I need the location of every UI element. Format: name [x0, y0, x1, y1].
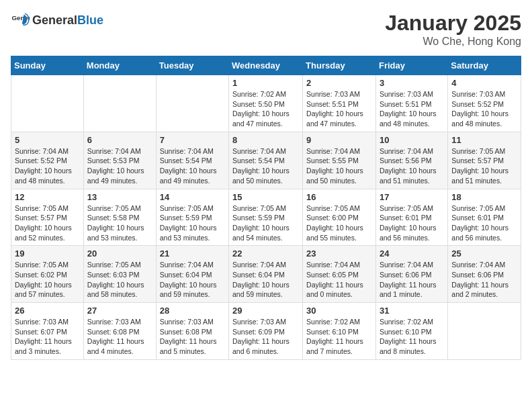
day-info: Sunrise: 7:04 AM Sunset: 5:53 PM Dayligh…	[87, 146, 152, 186]
day-number: 8	[232, 135, 299, 145]
calendar-day: 30Sunrise: 7:02 AM Sunset: 6:10 PM Dayli…	[303, 303, 376, 360]
day-info: Sunrise: 7:04 AM Sunset: 6:04 PM Dayligh…	[232, 260, 299, 300]
calendar-day: 20Sunrise: 7:05 AM Sunset: 6:03 PM Dayli…	[83, 246, 156, 303]
day-info: Sunrise: 7:05 AM Sunset: 5:59 PM Dayligh…	[160, 203, 225, 243]
day-number: 4	[451, 78, 517, 88]
weekday-header-sunday: Sunday	[11, 56, 84, 75]
weekday-header-thursday: Thursday	[303, 56, 376, 75]
day-number: 3	[380, 78, 444, 88]
weekday-header-row: SundayMondayTuesdayWednesdayThursdayFrid…	[11, 56, 521, 75]
day-info: Sunrise: 7:03 AM Sunset: 6:08 PM Dayligh…	[160, 317, 225, 357]
day-info: Sunrise: 7:04 AM Sunset: 5:54 PM Dayligh…	[160, 146, 225, 186]
calendar-day: 11Sunrise: 7:05 AM Sunset: 5:57 PM Dayli…	[448, 132, 521, 189]
day-number: 15	[232, 192, 299, 202]
calendar-day: 31Sunrise: 7:02 AM Sunset: 6:10 PM Dayli…	[375, 303, 447, 360]
day-info: Sunrise: 7:04 AM Sunset: 6:04 PM Dayligh…	[160, 260, 225, 300]
day-info: Sunrise: 7:05 AM Sunset: 6:02 PM Dayligh…	[15, 260, 80, 300]
day-info: Sunrise: 7:04 AM Sunset: 5:52 PM Dayligh…	[15, 146, 80, 186]
calendar-week-5: 26Sunrise: 7:03 AM Sunset: 6:07 PM Dayli…	[11, 303, 521, 360]
day-number: 29	[232, 306, 299, 316]
day-info: Sunrise: 7:04 AM Sunset: 5:55 PM Dayligh…	[306, 146, 372, 186]
day-number: 22	[232, 248, 299, 259]
calendar-day: 4Sunrise: 7:03 AM Sunset: 5:52 PM Daylig…	[448, 75, 521, 132]
day-info: Sunrise: 7:03 AM Sunset: 6:08 PM Dayligh…	[87, 317, 152, 357]
calendar-day: 16Sunrise: 7:05 AM Sunset: 6:00 PM Dayli…	[303, 189, 376, 246]
day-number: 23	[306, 248, 372, 259]
calendar-day: 2Sunrise: 7:03 AM Sunset: 5:51 PM Daylig…	[303, 75, 376, 132]
calendar-day: 28Sunrise: 7:03 AM Sunset: 6:08 PM Dayli…	[156, 303, 228, 360]
day-info: Sunrise: 7:05 AM Sunset: 5:59 PM Dayligh…	[232, 203, 299, 243]
calendar-day: 6Sunrise: 7:04 AM Sunset: 5:53 PM Daylig…	[83, 132, 156, 189]
day-info: Sunrise: 7:04 AM Sunset: 6:05 PM Dayligh…	[306, 260, 372, 300]
calendar-day: 15Sunrise: 7:05 AM Sunset: 5:59 PM Dayli…	[229, 189, 303, 246]
day-info: Sunrise: 7:04 AM Sunset: 5:54 PM Dayligh…	[232, 146, 299, 186]
calendar-week-2: 5Sunrise: 7:04 AM Sunset: 5:52 PM Daylig…	[11, 132, 521, 189]
day-number: 6	[87, 135, 152, 145]
calendar-day: 13Sunrise: 7:05 AM Sunset: 5:58 PM Dayli…	[83, 189, 156, 246]
calendar-day: 3Sunrise: 7:03 AM Sunset: 5:51 PM Daylig…	[375, 75, 447, 132]
day-info: Sunrise: 7:03 AM Sunset: 6:07 PM Dayligh…	[15, 317, 80, 357]
day-info: Sunrise: 7:05 AM Sunset: 6:01 PM Dayligh…	[380, 203, 444, 243]
day-number: 7	[160, 135, 225, 145]
day-info: Sunrise: 7:03 AM Sunset: 5:51 PM Dayligh…	[306, 89, 372, 129]
day-number: 19	[15, 248, 80, 259]
calendar-week-4: 19Sunrise: 7:05 AM Sunset: 6:02 PM Dayli…	[11, 246, 521, 303]
day-info: Sunrise: 7:03 AM Sunset: 6:09 PM Dayligh…	[232, 317, 299, 357]
day-number: 28	[160, 306, 225, 316]
weekday-header-wednesday: Wednesday	[229, 56, 303, 75]
day-info: Sunrise: 7:03 AM Sunset: 5:51 PM Dayligh…	[380, 89, 444, 129]
day-number: 16	[306, 192, 372, 202]
day-number: 27	[87, 306, 152, 316]
day-info: Sunrise: 7:02 AM Sunset: 6:10 PM Dayligh…	[306, 317, 372, 357]
day-number: 26	[15, 306, 80, 316]
day-number: 24	[380, 248, 444, 259]
calendar-day: 29Sunrise: 7:03 AM Sunset: 6:09 PM Dayli…	[229, 303, 303, 360]
calendar-week-3: 12Sunrise: 7:05 AM Sunset: 5:57 PM Dayli…	[11, 189, 521, 246]
calendar-day: 10Sunrise: 7:04 AM Sunset: 5:56 PM Dayli…	[375, 132, 447, 189]
day-number: 25	[451, 248, 517, 259]
day-number: 30	[306, 306, 372, 316]
day-number: 21	[160, 248, 225, 259]
logo-blue-text: Blue	[77, 13, 103, 28]
calendar-day	[83, 75, 156, 132]
weekday-header-friday: Friday	[375, 56, 447, 75]
day-info: Sunrise: 7:04 AM Sunset: 5:56 PM Dayligh…	[380, 146, 444, 186]
calendar-day: 12Sunrise: 7:05 AM Sunset: 5:57 PM Dayli…	[11, 189, 84, 246]
day-number: 9	[306, 135, 372, 145]
day-info: Sunrise: 7:05 AM Sunset: 6:00 PM Dayligh…	[306, 203, 372, 243]
calendar-day: 1Sunrise: 7:02 AM Sunset: 5:50 PM Daylig…	[229, 75, 303, 132]
calendar-day: 5Sunrise: 7:04 AM Sunset: 5:52 PM Daylig…	[11, 132, 84, 189]
calendar-day	[448, 303, 521, 360]
calendar-day: 8Sunrise: 7:04 AM Sunset: 5:54 PM Daylig…	[229, 132, 303, 189]
weekday-header-saturday: Saturday	[448, 56, 521, 75]
calendar-day: 18Sunrise: 7:05 AM Sunset: 6:01 PM Dayli…	[448, 189, 521, 246]
day-info: Sunrise: 7:04 AM Sunset: 6:06 PM Dayligh…	[380, 260, 444, 300]
day-info: Sunrise: 7:05 AM Sunset: 5:57 PM Dayligh…	[451, 146, 517, 186]
day-number: 17	[380, 192, 444, 202]
day-number: 5	[15, 135, 80, 145]
day-info: Sunrise: 7:05 AM Sunset: 6:03 PM Dayligh…	[87, 260, 152, 300]
calendar-day: 14Sunrise: 7:05 AM Sunset: 5:59 PM Dayli…	[156, 189, 228, 246]
calendar-day: 22Sunrise: 7:04 AM Sunset: 6:04 PM Dayli…	[229, 246, 303, 303]
day-number: 1	[232, 78, 299, 88]
logo-general-text: General	[32, 13, 77, 28]
day-number: 20	[87, 248, 152, 259]
calendar-day: 17Sunrise: 7:05 AM Sunset: 6:01 PM Dayli…	[375, 189, 447, 246]
calendar-title: January 2025	[385, 11, 521, 36]
page-header: General GeneralBlue January 2025 Wo Che,…	[11, 11, 521, 48]
calendar-week-1: 1Sunrise: 7:02 AM Sunset: 5:50 PM Daylig…	[11, 75, 521, 132]
calendar-day: 19Sunrise: 7:05 AM Sunset: 6:02 PM Dayli…	[11, 246, 84, 303]
calendar-subtitle: Wo Che, Hong Kong	[385, 36, 521, 48]
calendar-day: 7Sunrise: 7:04 AM Sunset: 5:54 PM Daylig…	[156, 132, 228, 189]
day-info: Sunrise: 7:02 AM Sunset: 5:50 PM Dayligh…	[232, 89, 299, 129]
day-info: Sunrise: 7:05 AM Sunset: 5:58 PM Dayligh…	[87, 203, 152, 243]
logo: General GeneralBlue	[11, 11, 103, 30]
calendar-day: 21Sunrise: 7:04 AM Sunset: 6:04 PM Dayli…	[156, 246, 228, 303]
day-number: 14	[160, 192, 225, 202]
logo-icon: General	[11, 11, 30, 30]
day-number: 2	[306, 78, 372, 88]
calendar-day: 25Sunrise: 7:04 AM Sunset: 6:06 PM Dayli…	[448, 246, 521, 303]
calendar-day: 9Sunrise: 7:04 AM Sunset: 5:55 PM Daylig…	[303, 132, 376, 189]
calendar-day: 23Sunrise: 7:04 AM Sunset: 6:05 PM Dayli…	[303, 246, 376, 303]
calendar-day: 27Sunrise: 7:03 AM Sunset: 6:08 PM Dayli…	[83, 303, 156, 360]
